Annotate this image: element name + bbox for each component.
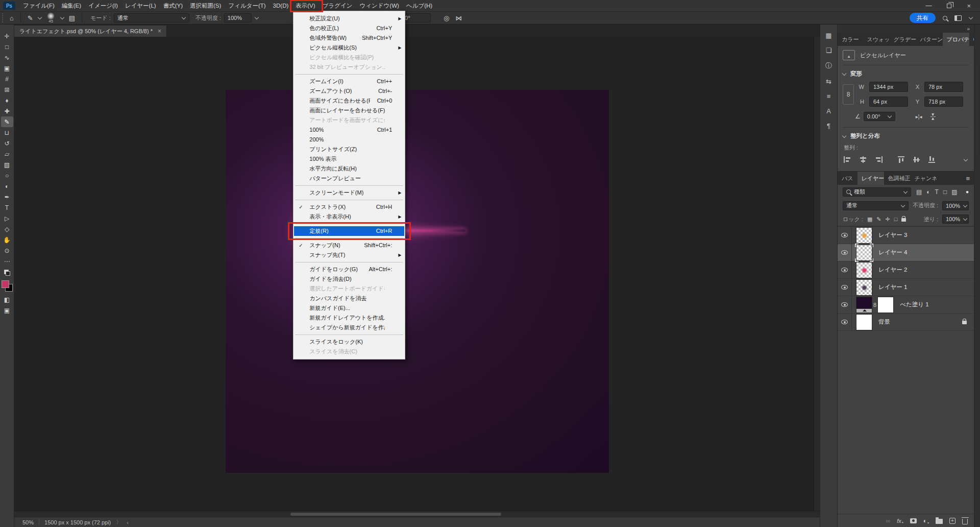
view-menu-item[interactable]: シェイプから新規ガイドを作成(A) bbox=[294, 323, 404, 332]
paint-symmetry-icon[interactable]: ⋈ bbox=[454, 14, 463, 22]
scrollbar-thumb[interactable] bbox=[290, 512, 502, 516]
delete-layer-icon[interactable] bbox=[962, 517, 968, 524]
menu-select[interactable]: 選択範囲(S) bbox=[186, 0, 225, 11]
view-menu-item[interactable]: プリントサイズ(Z) bbox=[294, 145, 404, 154]
workspace-switcher-icon[interactable] bbox=[954, 15, 962, 21]
filter-shape-layers-icon[interactable]: □ bbox=[943, 188, 947, 196]
layer-thumbnail[interactable] bbox=[856, 227, 872, 244]
menu-type[interactable]: 書式(Y) bbox=[160, 0, 186, 11]
adjustments-panel-icon[interactable]: ≡ bbox=[827, 92, 831, 100]
view-menu-item[interactable] bbox=[295, 238, 403, 238]
chevron-down-icon[interactable] bbox=[964, 158, 968, 162]
menu-3d[interactable]: 3D(D) bbox=[270, 0, 292, 11]
menu-filter[interactable]: フィルター(T) bbox=[225, 0, 269, 11]
dock-scrollbar[interactable] bbox=[974, 25, 980, 527]
filter-toggle-icon[interactable]: ● bbox=[966, 189, 969, 195]
layer-fill-field[interactable]: 100% bbox=[942, 214, 969, 224]
view-menu-item[interactable]: アートボードを画面サイズに合わせる(F) bbox=[294, 115, 404, 125]
panel-tab[interactable]: パターン bbox=[916, 33, 943, 46]
lasso-tool[interactable]: ∿ bbox=[1, 52, 13, 63]
comment-panel-icon[interactable]: ❏ bbox=[826, 46, 832, 54]
lock-artboard-icon[interactable]: □ bbox=[894, 216, 898, 222]
add-layer-mask-icon[interactable] bbox=[910, 518, 917, 523]
flip-horizontal-icon[interactable]: ▸¦◂ bbox=[916, 114, 922, 119]
view-menu-item[interactable]: 32 bit プレビューオプション... bbox=[294, 62, 404, 72]
view-menu-item[interactable]: ガイドを消去(D) bbox=[294, 274, 404, 284]
pressure-opacity-icon[interactable]: ◎ bbox=[442, 14, 451, 22]
rotation-field[interactable]: 0.00° bbox=[864, 112, 895, 121]
view-menu-item[interactable] bbox=[295, 200, 403, 200]
eraser-tool[interactable]: ▱ bbox=[1, 149, 13, 159]
edit-toolbar-button[interactable]: ⋯ bbox=[1, 256, 13, 267]
dodge-tool[interactable]: ◐ bbox=[1, 181, 13, 191]
panel-tab[interactable]: 色調補正 bbox=[884, 172, 911, 185]
view-menu-item[interactable]: スナップ先(T) ▶ bbox=[294, 250, 404, 260]
layer-row[interactable]: レイヤー 3 bbox=[838, 227, 974, 244]
canvas-viewport[interactable] bbox=[14, 37, 820, 511]
lock-transparent-pixels-icon[interactable]: ▦ bbox=[867, 216, 872, 223]
view-menu-item[interactable]: 表示・非表示(H) ▶ bbox=[294, 212, 404, 222]
panel-menu-icon[interactable]: ≡ bbox=[962, 172, 974, 185]
status-prev-icon[interactable]: ‹ bbox=[127, 519, 129, 525]
view-menu-item[interactable] bbox=[295, 74, 403, 75]
chevron-down-icon[interactable] bbox=[60, 16, 64, 20]
layer-name[interactable]: べた塗り 1 bbox=[900, 301, 928, 308]
transform-section-header[interactable]: 変形 bbox=[843, 70, 969, 78]
view-menu-item[interactable]: 200% bbox=[294, 135, 404, 145]
menu-layer[interactable]: レイヤー(L) bbox=[121, 0, 160, 11]
eyedropper-tool[interactable]: ♦ bbox=[1, 95, 13, 106]
status-next-icon[interactable]: 〉 bbox=[116, 518, 121, 526]
blur-tool[interactable]: ○ bbox=[1, 170, 13, 181]
view-menu-item[interactable]: 色の校正(L) Ctrl+Y bbox=[294, 23, 404, 33]
layer-filter-select[interactable]: 種類 bbox=[843, 187, 911, 197]
align-left-icon[interactable] bbox=[844, 156, 852, 163]
layer-name[interactable]: レイヤー 2 bbox=[878, 266, 907, 274]
restore-button[interactable] bbox=[947, 4, 951, 8]
path-selection-tool[interactable]: ▷ bbox=[1, 213, 13, 224]
default-colors-icon[interactable] bbox=[4, 270, 10, 276]
brush-preset-picker[interactable]: 45 bbox=[45, 12, 57, 23]
layer-visibility-cell[interactable] bbox=[838, 314, 852, 330]
view-menu-item[interactable] bbox=[295, 262, 403, 262]
layer-thumbnail[interactable] bbox=[856, 297, 872, 313]
foreground-color-swatch[interactable] bbox=[2, 280, 9, 288]
document-tab[interactable]: ライトエフェクト.psd @ 50% (レイヤー 4, RGB/8) * × bbox=[14, 26, 167, 37]
collapsed-panel-icon[interactable]: ▦ bbox=[825, 32, 831, 39]
brush-tool-icon[interactable]: ✎ bbox=[26, 14, 35, 22]
gradient-tool[interactable]: ▧ bbox=[1, 159, 13, 170]
lock-position-icon[interactable]: ✛ bbox=[886, 216, 890, 223]
vertical-scrollbar[interactable] bbox=[814, 37, 820, 511]
view-menu-item[interactable]: スライスをロック(K) bbox=[294, 337, 404, 347]
clone-stamp-tool[interactable]: ⊔ bbox=[1, 127, 13, 138]
chevron-down-icon[interactable] bbox=[255, 16, 259, 20]
y-field[interactable]: 718 px bbox=[924, 97, 963, 107]
collapse-panels-icon[interactable]: » bbox=[967, 26, 970, 32]
view-menu-item[interactable]: 100% 表示 bbox=[294, 154, 404, 164]
link-dimensions-icon[interactable]: 8 bbox=[843, 84, 854, 105]
layer-opacity-field[interactable]: 100% bbox=[942, 201, 969, 210]
brush-angle-field[interactable]: 0° bbox=[401, 13, 431, 22]
layer-name[interactable]: レイヤー 1 bbox=[878, 283, 907, 291]
zoom-level-field[interactable]: 50% bbox=[22, 519, 34, 525]
view-menu-item[interactable]: ガイドをロック(G) Alt+Ctrl+: bbox=[294, 265, 404, 274]
view-menu-item[interactable] bbox=[295, 185, 403, 186]
character-panel-icon[interactable]: A bbox=[826, 107, 831, 115]
view-menu-item[interactable]: ピクセル縦横比(S) ▶ bbox=[294, 43, 404, 53]
view-menu-item[interactable]: 色域外警告(W) Shift+Ctrl+Y bbox=[294, 33, 404, 43]
layer-styles-icon[interactable]: fx▾ bbox=[897, 518, 903, 524]
view-menu-item[interactable]: 定規(R) Ctrl+R bbox=[294, 226, 404, 236]
view-menu-item[interactable]: 水平方向に反転(H) bbox=[294, 164, 404, 174]
menu-help[interactable]: ヘルプ(H) bbox=[403, 0, 436, 11]
layer-mask-thumbnail[interactable] bbox=[877, 297, 894, 313]
close-button[interactable]: × bbox=[967, 2, 971, 10]
layer-visibility-cell[interactable] bbox=[838, 261, 852, 278]
panel-tab[interactable]: グラデー bbox=[890, 33, 916, 46]
layer-row[interactable]: レイヤー 2 bbox=[838, 261, 974, 279]
hand-tool[interactable]: ✋ bbox=[1, 234, 13, 245]
menu-window[interactable]: ウィンドウ(W) bbox=[356, 0, 402, 11]
horizontal-scrollbar[interactable] bbox=[14, 511, 820, 517]
view-menu-item[interactable]: 新規ガイド(E)... bbox=[294, 303, 404, 313]
minimize-button[interactable]: — bbox=[925, 2, 932, 9]
panel-tab[interactable]: プロパティ bbox=[943, 33, 969, 46]
view-menu-item[interactable]: パターンプレビュー bbox=[294, 174, 404, 183]
